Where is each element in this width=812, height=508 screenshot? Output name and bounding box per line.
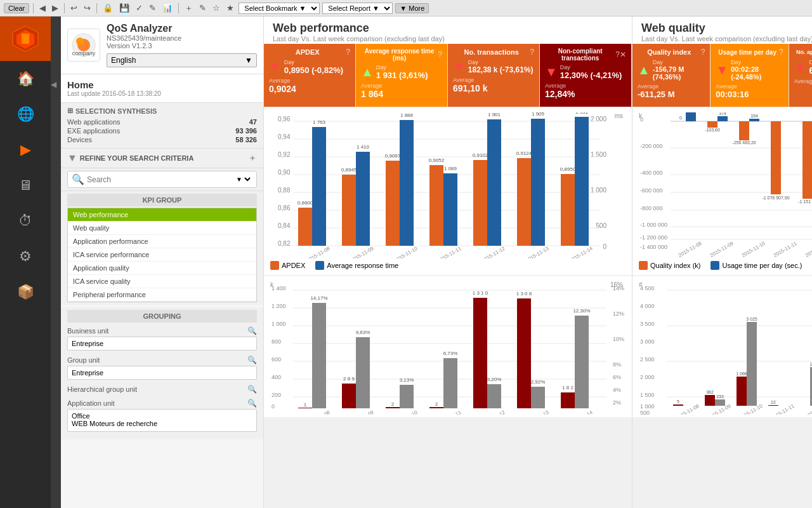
save-icon[interactable]: 💾 xyxy=(117,3,131,13)
svg-text:233: 233 xyxy=(716,394,724,399)
kpi-item-app-performance[interactable]: Application performance xyxy=(68,235,256,248)
svg-rect-2 xyxy=(22,34,29,44)
svg-text:627: 627 xyxy=(687,114,695,119)
quality-index-day-row: ▲ Day -156,79 M (74,36%) xyxy=(638,59,705,81)
usage-day-value: 00:02:28 (-24,48%) xyxy=(731,65,783,81)
undo-icon[interactable]: ↩ xyxy=(69,3,79,13)
svg-text:1 000: 1 000 xyxy=(640,403,655,410)
star-icon[interactable]: ★ xyxy=(225,3,236,13)
sep4 xyxy=(178,3,179,13)
non-compliant-avg-label: Average xyxy=(545,83,626,89)
quality-index-header: Quality index ? xyxy=(638,48,705,57)
quality-day-value: -156,79 M (74,36%) xyxy=(653,65,705,81)
chart2-container: k 16% 1 400 1 200 1 000 800 600 400 200 … xyxy=(264,276,632,417)
svg-text:0,8945: 0,8945 xyxy=(341,167,357,173)
grid-icon: ⊞ xyxy=(67,107,73,115)
apdex-info-icon[interactable]: ? xyxy=(346,48,350,57)
svg-text:-1 151 8..: -1 151 8.. xyxy=(798,199,812,204)
apdex-day-value: 0,8950 (-0,82%) xyxy=(284,65,343,75)
non-compliant-day-value: 12,30% (-4,21%) xyxy=(560,70,622,80)
transactions-info-icon[interactable]: ? xyxy=(530,48,534,57)
sidebar-monitor-icon[interactable]: 🖥 xyxy=(0,168,51,203)
sidebar-collapse[interactable]: ◀ xyxy=(51,17,61,508)
sidebar-terminal-icon[interactable]: ▶ xyxy=(0,132,51,168)
svg-text:3,13%: 3,13% xyxy=(400,377,414,383)
edit-icon[interactable]: ✎ xyxy=(147,3,158,13)
transactions-arrow-icon: ▼ xyxy=(453,60,466,74)
svg-text:-1 000 000: -1 000 000 xyxy=(640,222,667,228)
kpi-item-app-quality[interactable]: Application quality xyxy=(68,262,256,275)
select-bookmark[interactable]: Select Bookmark ▼ xyxy=(239,3,320,14)
add-icon[interactable]: ＋ xyxy=(183,3,195,14)
search-filter-select[interactable]: ▼ xyxy=(233,175,252,184)
svg-text:1 8 2: 1 8 2 xyxy=(562,385,573,391)
bookmark-icon[interactable]: ☆ xyxy=(211,3,222,13)
selection-synthesis: ⊞ SELECTION SYNTHESIS Web applications 4… xyxy=(61,103,263,149)
kpi-item-ica-service[interactable]: ICA service performance xyxy=(68,248,256,262)
toolbar: Clear ◀ ▶ ↩ ↪ 🔒 💾 ✓ ✎ 📊 ＋ ✎ ☆ ★ Select B… xyxy=(0,0,812,17)
more-button[interactable]: ▼ More xyxy=(395,3,429,13)
business-unit-label-row: Business unit 🔍 xyxy=(67,326,257,335)
hierarchical-search-icon[interactable]: 🔍 xyxy=(247,385,257,394)
kpi-item-web-performance[interactable]: Web performance xyxy=(68,208,256,222)
apdex-card: APDEX ? ▼ Day 0,8950 (-0,82%) Average xyxy=(264,44,356,107)
app-unit-value-1: Office xyxy=(72,412,252,420)
app-name: QoS Analyzer xyxy=(107,23,257,34)
group-unit-search-icon[interactable]: 🔍 xyxy=(247,356,257,364)
quality-index-info-icon[interactable]: ? xyxy=(701,48,705,57)
apdex-arrow-icon: ▼ xyxy=(269,60,282,74)
sidebar-package-icon[interactable]: 📦 xyxy=(0,274,51,310)
business-unit-input[interactable] xyxy=(67,337,257,351)
chevron-down-icon: ▼ xyxy=(245,56,252,65)
edit2-icon[interactable]: ✎ xyxy=(197,3,208,13)
sidebar-clock-icon[interactable]: ⏱ xyxy=(0,203,51,239)
non-compliant-close-icon[interactable]: ✕ xyxy=(620,50,626,59)
language-select[interactable]: English ▼ xyxy=(107,53,257,67)
svg-text:0: 0 xyxy=(272,403,275,410)
sidebar-globe-icon[interactable]: 🌐 xyxy=(0,97,51,132)
svg-text:0,9097: 0,9097 xyxy=(385,153,401,159)
apdex-day-row: ▼ Day 0,8950 (-0,82%) xyxy=(269,59,350,75)
chart-icon[interactable]: 📊 xyxy=(160,3,174,13)
sidebar-gear-icon[interactable]: ⚙ xyxy=(0,239,51,274)
lock-icon[interactable]: 🔒 xyxy=(101,3,115,13)
svg-text:6,73%: 6,73% xyxy=(443,351,458,356)
app-errors-arrow-icon: ▼ xyxy=(794,60,807,75)
sidebar-home-icon[interactable]: 🏠 xyxy=(0,61,51,97)
legend-quality: Quality index (k) xyxy=(639,261,700,270)
check-icon[interactable]: ✓ xyxy=(134,3,145,13)
bar-trans xyxy=(342,384,356,408)
usage-time-info-icon[interactable]: ? xyxy=(779,48,783,57)
synthesis-label: SELECTION SYNTHESIS xyxy=(75,107,157,115)
svg-text:1 400: 1 400 xyxy=(272,285,286,291)
response-avg-label: Average xyxy=(361,83,442,89)
search-input[interactable] xyxy=(87,175,233,184)
svg-text:1 931: 1 931 xyxy=(575,112,589,115)
response-info-icon[interactable]: ? xyxy=(438,50,442,59)
non-compliant-day-label: Day xyxy=(560,64,622,70)
svg-text:2%: 2% xyxy=(613,399,621,406)
app-unit-values: Office WEB Moteurs de recherche xyxy=(67,409,257,432)
kpi-item-ica-quality[interactable]: ICA service quality xyxy=(68,275,256,288)
apdex-avg-value: 0,9024 xyxy=(269,84,350,94)
business-unit-search-icon[interactable]: 🔍 xyxy=(247,326,257,335)
forward-icon[interactable]: ▶ xyxy=(50,3,60,13)
app-unit-search-icon[interactable]: 🔍 xyxy=(247,399,257,408)
group-unit-input[interactable] xyxy=(67,366,257,380)
bar xyxy=(531,119,545,246)
chart1-legend: APDEX Average response time xyxy=(270,258,625,272)
back-icon[interactable]: ◀ xyxy=(37,3,48,13)
kpi-item-web-quality[interactable]: Web quality xyxy=(68,222,256,235)
content-sections: Web performance Last day Vs. Last week c… xyxy=(264,17,812,508)
sep1 xyxy=(33,3,34,13)
clear-button[interactable]: Clear xyxy=(4,3,29,13)
non-compliant-info-icon[interactable]: ? xyxy=(615,50,620,59)
redo-icon[interactable]: ↪ xyxy=(82,3,93,13)
select-report[interactable]: Select Report ▼ xyxy=(322,3,393,14)
kpi-item-peripheral[interactable]: Peripheral performance xyxy=(68,288,256,302)
usage-time-title: Usage time per day xyxy=(716,49,779,56)
svg-text:0,92: 0,92 xyxy=(278,151,291,158)
quality-metric-cards: Quality index ? ▲ Day -156,79 M (74,36%)… xyxy=(632,44,812,107)
add-criteria-icon[interactable]: ＋ xyxy=(248,152,257,164)
svg-text:2015-11-14: 2015-11-14 xyxy=(568,245,594,258)
